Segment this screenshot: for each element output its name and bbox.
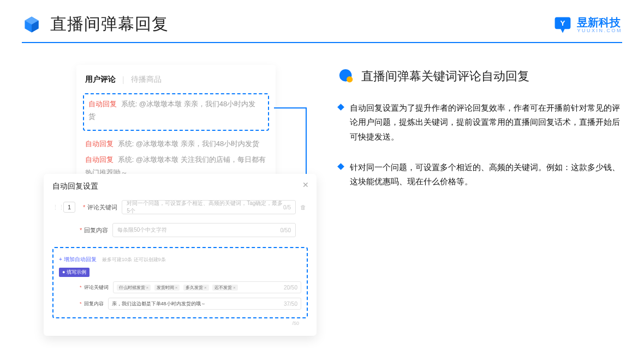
auto-reply-badge: 自动回复 xyxy=(85,155,114,164)
add-auto-reply-link[interactable]: + 增加自动回复 xyxy=(59,256,97,262)
cube-icon xyxy=(22,15,41,34)
diamond-icon xyxy=(337,163,344,170)
content-input[interactable]: 每条限50个中文字符 0/50 xyxy=(112,223,296,237)
highlighted-comment-box: 自动回复 系统: @冰墩墩本墩 亲亲，我们48小时内发货 xyxy=(83,93,269,131)
svg-point-5 xyxy=(347,76,353,82)
example-keyword-input[interactable]: 什么时候发货× 发货时间× 多久发货× 迟不发货× 20/50 xyxy=(113,281,301,293)
example-content-count: 37/50 xyxy=(284,301,297,307)
outside-count: /50 xyxy=(52,321,308,326)
index-box: 1 xyxy=(63,202,75,213)
tab-divider: | xyxy=(122,75,124,84)
tag[interactable]: 什么时候发货× xyxy=(117,285,151,291)
brand-icon: Y xyxy=(553,15,573,35)
example-keyword-count: 20/50 xyxy=(284,285,297,291)
keyword-input[interactable]: 对同一个问题，可设置多个相近、高频的关键词，Tag确定，最多5个 0/5 xyxy=(122,200,296,214)
svg-text:Y: Y xyxy=(560,19,565,27)
diamond-icon xyxy=(337,104,344,111)
description-column: 直播间弹幕关键词评论自动回复 自动回复设置为了提升作者的评论回复效率，作者可在开… xyxy=(306,65,622,206)
tag[interactable]: 发货时间× xyxy=(154,285,180,291)
page-header: 直播间弹幕回复 Y 昱新科技 YUUXIN.COM xyxy=(0,0,644,42)
tag[interactable]: 多久发货× xyxy=(183,285,209,291)
tab-pending-products[interactable]: 待播商品 xyxy=(131,75,162,85)
bullet-item: 针对同一个问题，可设置多个相近的、高频的关键词。例如：这款多少钱、这块能优惠吗、… xyxy=(338,160,622,189)
example-keyword-label: 评论关键词 xyxy=(84,284,109,291)
section-title: 直播间弹幕关键词评论自动回复 xyxy=(361,68,529,85)
comment-row: 自动回复 系统: @冰墩墩本墩 亲亲，我们48小时内发货 xyxy=(85,137,267,150)
bullet-text: 针对同一个问题，可设置多个相近的、高频的关键词。例如：这款多少钱、这块能优惠吗、… xyxy=(350,160,622,189)
tag[interactable]: 迟不发货× xyxy=(212,285,238,291)
bullet-text: 自动回复设置为了提升作者的评论回复效率，作者可在开播前针对常见的评论用户问题，提… xyxy=(350,101,622,144)
comment-text: 系统: @冰墩墩本墩 亲亲，我们48小时内发货 xyxy=(118,140,260,148)
auto-reply-badge: 自动回复 xyxy=(85,140,114,148)
example-badge: ● 填写示例 xyxy=(59,268,90,277)
auto-reply-settings-modal: 自动回复设置 ✕ ⋮⋮ 1 * 评论关键词 对同一个问题，可设置多个相近、高频的… xyxy=(44,174,317,336)
trash-icon[interactable]: 🗑 xyxy=(300,204,308,210)
comment-row: 自动回复 系统: @冰墩墩本墩 亲亲，我们48小时内发货 xyxy=(88,98,264,123)
content-label: 回复内容 xyxy=(84,226,108,234)
required-dot: * xyxy=(80,301,82,306)
connector-line xyxy=(274,107,306,108)
required-dot: * xyxy=(80,285,82,290)
tab-user-comments[interactable]: 用户评论 xyxy=(85,75,116,85)
bubble-icon xyxy=(338,68,355,85)
drag-handle-icon[interactable]: ⋮⋮ xyxy=(52,204,60,211)
page-title: 直播间弹幕回复 xyxy=(50,13,169,35)
keyword-label: 评论关键词 xyxy=(87,203,117,212)
required-dot: * xyxy=(83,204,85,210)
brand-name: 昱新科技 xyxy=(577,17,622,28)
add-note: 最多可建10条 还可以创建9条 xyxy=(102,257,166,262)
brand-logo: Y 昱新科技 YUUXIN.COM xyxy=(553,15,622,35)
content-count: 0/50 xyxy=(281,227,291,233)
modal-title: 自动回复设置 xyxy=(52,182,308,191)
required-dot: * xyxy=(80,227,82,233)
close-icon[interactable]: ✕ xyxy=(302,180,309,189)
bullet-item: 自动回复设置为了提升作者的评论回复效率，作者可在开播前针对常见的评论用户问题，提… xyxy=(338,101,622,144)
keyword-placeholder: 对同一个问题，可设置多个相近、高频的关键词，Tag确定，最多5个 xyxy=(127,200,283,215)
example-content-label: 回复内容 xyxy=(84,300,104,307)
example-tags: 什么时候发货× 发货时间× 多久发货× 迟不发货× xyxy=(117,285,240,291)
auto-reply-badge: 自动回复 xyxy=(88,100,117,108)
content-placeholder: 每条限50个中文字符 xyxy=(117,226,167,234)
screenshot-left-column: 用户评论 | 待播商品 自动回复 系统: @冰墩墩本墩 亲亲，我们48小时内发货… xyxy=(22,65,306,206)
brand-subtitle: YUUXIN.COM xyxy=(577,28,622,33)
keyword-count: 0/5 xyxy=(283,204,291,210)
example-content-value: 亲，我们这边都是下单48小时内发货的哦～ xyxy=(112,300,206,307)
example-box: + 增加自动回复 最多可建10条 还可以创建9条 ● 填写示例 * 评论关键词 … xyxy=(52,247,308,318)
example-content-input[interactable]: 亲，我们这边都是下单48小时内发货的哦～ 37/50 xyxy=(108,298,301,310)
